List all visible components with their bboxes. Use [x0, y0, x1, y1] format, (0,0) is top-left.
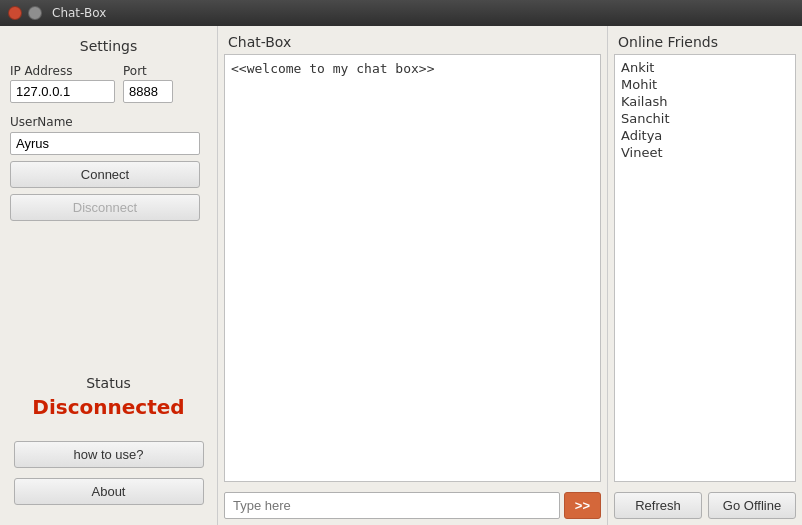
refresh-button[interactable]: Refresh — [614, 492, 702, 519]
go-offline-button[interactable]: Go Offline — [708, 492, 796, 519]
ip-input[interactable] — [10, 80, 115, 103]
list-item[interactable]: Sanchit — [621, 110, 789, 127]
port-group: Port — [123, 64, 173, 103]
how-to-use-button[interactable]: how to use? — [14, 441, 204, 468]
settings-panel: Settings IP Address Port UserName Connec… — [0, 26, 218, 525]
status-label: Status — [10, 375, 207, 391]
list-item[interactable]: Aditya — [621, 127, 789, 144]
titlebar: Chat-Box — [0, 0, 802, 26]
bottom-buttons: how to use? About — [10, 435, 207, 513]
friends-bottom-row: Refresh Go Offline — [608, 486, 802, 525]
send-button[interactable]: >> — [564, 492, 601, 519]
list-item[interactable]: Kailash — [621, 93, 789, 110]
friends-panel: Online Friends AnkitMohitKailashSanchitA… — [608, 26, 802, 525]
list-item[interactable]: Mohit — [621, 76, 789, 93]
port-input[interactable] — [123, 80, 173, 103]
chat-title: Chat-Box — [218, 26, 607, 54]
username-label: UserName — [10, 115, 207, 129]
friends-list: AnkitMohitKailashSanchitAdityaVineet — [614, 54, 796, 482]
disconnect-button[interactable]: Disconnect — [10, 194, 200, 221]
list-item[interactable]: Ankit — [621, 59, 789, 76]
about-button[interactable]: About — [14, 478, 204, 505]
chat-input[interactable] — [224, 492, 560, 519]
minimize-button[interactable] — [28, 6, 42, 20]
port-label: Port — [123, 64, 173, 78]
main-container: Settings IP Address Port UserName Connec… — [0, 26, 802, 525]
list-item[interactable]: Vineet — [621, 144, 789, 161]
chat-input-row: >> — [218, 486, 607, 525]
close-button[interactable] — [8, 6, 22, 20]
ip-group: IP Address — [10, 64, 115, 103]
chat-panel: Chat-Box >> — [218, 26, 608, 525]
username-input[interactable] — [10, 132, 200, 155]
status-value: Disconnected — [10, 395, 207, 419]
chat-area[interactable] — [224, 54, 601, 482]
window-title: Chat-Box — [52, 6, 106, 20]
ip-label: IP Address — [10, 64, 115, 78]
ip-port-row: IP Address Port — [10, 64, 207, 103]
friends-title: Online Friends — [608, 26, 802, 54]
settings-title: Settings — [10, 38, 207, 54]
connect-button[interactable]: Connect — [10, 161, 200, 188]
status-section: Status Disconnected — [10, 365, 207, 419]
